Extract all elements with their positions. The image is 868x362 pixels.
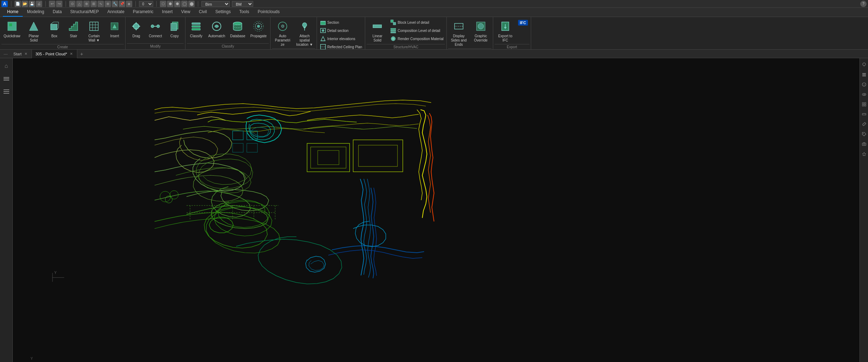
new-icon[interactable]: 📄 [15,1,21,7]
tab-structural-mep[interactable]: Structural/MEP [66,7,103,17]
attach-spatial-button[interactable]: Attach spatial location ▼ [294,18,315,48]
snap6-icon[interactable]: ⊗ [105,1,111,7]
drag-label: Drag [132,34,140,38]
app-icon[interactable]: A [1,1,8,7]
tab-pointclouds[interactable]: Pointclouds [254,7,284,17]
print-icon[interactable]: 🖨 [36,1,42,7]
export-ifc-icon [498,19,512,33]
bm-dropdown[interactable]: BM [232,1,253,7]
right-paint-button[interactable] [861,121,868,128]
composition-lod-button[interactable]: Composition Level of detail [389,27,445,34]
block-level-button[interactable]: Block Level of detail [389,18,445,26]
snap3-icon[interactable]: ⊕ [83,1,90,7]
svg-rect-51 [391,32,396,33]
tab-view[interactable]: View [177,7,195,17]
classify-button[interactable]: Classify [187,18,205,39]
curtain-wall-button[interactable]: Curtain Wall ▼ [83,18,105,43]
main-area: ⌂ [0,58,868,362]
tab-modeling[interactable]: Modeling [23,7,49,17]
drag-button[interactable]: Drag [127,18,145,39]
propagate-icon [251,19,266,33]
detail-section-label: Detail section [327,29,349,33]
view1-icon[interactable]: ⬡ [160,1,166,7]
point-cloud-tab-close[interactable]: ✕ [69,52,73,56]
graphic-override-button[interactable]: Graphic Override [470,18,491,43]
svg-rect-46 [373,25,382,28]
sidebar-home-button[interactable]: ⌂ [1,61,11,71]
point-cloud-view: Y [13,58,859,362]
sidebar-properties-button[interactable] [1,87,11,97]
help-button[interactable]: ? [860,1,867,7]
point-cloud-tab[interactable]: 305 - Point Cloud* ✕ [32,50,77,58]
database-button[interactable]: Database [228,18,247,39]
sidebar-layers-button[interactable] [1,74,11,84]
snap5-icon[interactable]: ∿ [98,1,104,7]
tab-insert[interactable]: Insert [158,7,177,17]
right-camera-button[interactable] [861,141,868,148]
right-star-button[interactable] [861,150,868,158]
right-grid-button[interactable] [861,101,868,108]
reflected-ceiling-button[interactable]: Reflected Ceiling Plan [318,43,363,50]
section-button[interactable]: Section [318,18,363,26]
database-icon [230,19,245,33]
snap9-icon[interactable]: ◈ [126,1,132,7]
svg-marker-18 [138,25,140,28]
tab-overflow-button[interactable]: ··· [1,50,10,57]
snap4-icon[interactable]: ⊞ [90,1,97,7]
view4-icon[interactable]: ◯ [181,1,188,7]
redo-icon[interactable]: ↪ [56,1,62,7]
left-sidebar: ⌂ [0,58,13,362]
propagate-button[interactable]: Propagate [248,18,269,39]
right-tag-button[interactable] [861,131,868,138]
tab-civil[interactable]: Civil [195,7,211,17]
box-button[interactable]: Box [45,18,63,39]
open-icon[interactable]: 📂 [22,1,28,7]
view3-icon[interactable]: ⬣ [174,1,180,7]
planar-solid-button[interactable]: Planar Solid [23,18,44,43]
snap2-icon[interactable]: △ [76,1,83,7]
bim-dropdown[interactable]: Bim [201,1,230,7]
view5-icon[interactable]: ⬤ [188,1,195,7]
tab-data[interactable]: Data [49,7,66,17]
add-tab-button[interactable]: + [77,50,86,57]
render-comp-button[interactable]: Render Composition Material [389,35,445,43]
quickdraw-label: Quickdraw [4,34,20,38]
display-sides-button[interactable]: Display Sides and Ends [448,18,469,48]
quickdraw-button[interactable]: Quickdraw [1,18,22,39]
tab-settings[interactable]: Settings [211,7,235,17]
classify-label: Classify [190,34,202,38]
tab-annotate[interactable]: Annotate [103,7,129,17]
detail-section-button[interactable]: Detail section [318,27,363,34]
right-eye-button[interactable] [861,91,868,98]
snap-tools: ⊙ △ ⊕ ⊞ ∿ ⊗ 🔧 📌 ◈ [69,1,132,7]
canvas-area[interactable]: Y Y [13,58,859,362]
right-ruler-button[interactable] [861,111,868,118]
right-info-button[interactable]: i [861,81,868,88]
copy-button[interactable]: Copy [165,18,184,39]
insert-button[interactable]: Insert [105,18,124,39]
svg-rect-61 [4,77,9,78]
save-icon[interactable]: 💾 [29,1,35,7]
right-layers-button[interactable] [861,71,868,78]
snap1-icon[interactable]: ⊙ [69,1,76,7]
tab-home[interactable]: Home [3,7,23,17]
svg-point-14 [133,23,139,29]
automatch-button[interactable]: Automatch [206,18,227,39]
view2-icon[interactable]: ⬢ [167,1,173,7]
tab-tools[interactable]: Tools [235,7,254,17]
export-ifc-button[interactable]: Export to IFC [495,18,516,43]
interior-elev-label: Interior elevations [327,37,355,41]
connect-button[interactable]: Connect [146,18,165,39]
undo-icon[interactable]: ↩ [49,1,55,7]
interior-elev-button[interactable]: Interior elevations [318,35,363,43]
snap7-icon[interactable]: 🔧 [112,1,118,7]
tab-parametric[interactable]: Parametric [129,7,158,17]
start-tab-close[interactable]: ✕ [24,52,28,56]
right-bulb-button[interactable] [861,61,868,68]
auto-parametrize-button[interactable]: ⚙ Auto Parametrize [272,18,293,48]
snap8-icon[interactable]: 📌 [119,1,125,7]
linear-solid-button[interactable]: Linear Solid [367,18,388,43]
start-tab[interactable]: Start ✕ [10,50,32,58]
stair-button[interactable]: Stair [64,18,83,39]
zero-dropdown[interactable]: 0 [139,1,153,7]
